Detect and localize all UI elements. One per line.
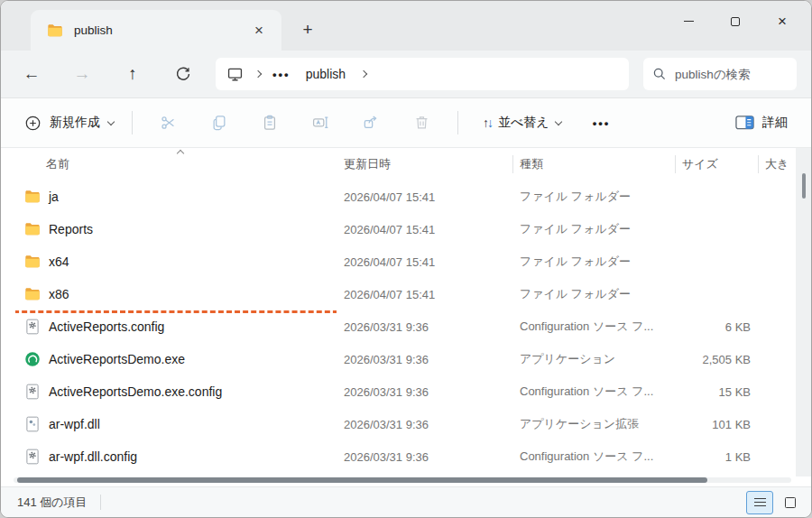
- vertical-scrollbar-thumb[interactable]: [802, 173, 806, 199]
- minimize-button[interactable]: [665, 1, 712, 42]
- status-bar: 141 個の項目: [1, 486, 811, 517]
- file-name: ar-wpf.dll.config: [49, 449, 137, 464]
- file-icon: [24, 416, 41, 432]
- breadcrumb-ellipsis[interactable]: •••: [272, 68, 291, 81]
- table-row[interactable]: ja 2026/04/07 15:41 ファイル フォルダー: [1, 180, 811, 213]
- file-modified: 2026/03/31 9:36: [337, 343, 512, 375]
- status-divider: [100, 495, 101, 510]
- more-options-button[interactable]: •••: [582, 111, 622, 135]
- forward-button[interactable]: →: [64, 58, 100, 90]
- file-type: ファイル フォルダー: [512, 278, 675, 310]
- this-pc-icon[interactable]: [226, 66, 244, 83]
- details-pane-button[interactable]: 詳細: [728, 109, 795, 136]
- minimize-icon: [684, 21, 694, 22]
- sort-icon: ↑↓: [483, 116, 492, 130]
- file-icon: [24, 286, 41, 302]
- maximize-button[interactable]: [712, 1, 759, 42]
- file-size: [675, 278, 758, 310]
- large-icons-view-button[interactable]: [777, 491, 804, 514]
- delete-button[interactable]: [401, 106, 441, 140]
- refresh-button[interactable]: [165, 58, 201, 90]
- file-type: ファイル フォルダー: [512, 245, 675, 278]
- file-icon: [24, 449, 41, 465]
- toolbar-divider: [132, 111, 133, 134]
- file-name: ActiveReportsDemo.exe.config: [49, 384, 222, 399]
- large-icons-icon: [785, 497, 796, 508]
- rename-button[interactable]: [300, 106, 340, 140]
- config-file-icon: [24, 449, 41, 465]
- column-header-type[interactable]: 種類: [512, 148, 675, 180]
- file-size: [675, 245, 758, 278]
- sort-button[interactable]: ↑↓ 並べ替え: [475, 109, 569, 136]
- config-file-icon: [24, 384, 41, 400]
- folder-icon: [24, 254, 41, 270]
- file-name-cell: x86: [15, 278, 337, 310]
- tab-title: publish: [74, 23, 247, 37]
- file-modified: 2026/03/31 9:36: [337, 408, 512, 440]
- search-input[interactable]: [675, 68, 774, 81]
- new-tab-button[interactable]: +: [292, 16, 323, 43]
- horizontal-scrollbar[interactable]: [14, 477, 791, 483]
- table-row[interactable]: ar-wpf.dll 2026/03/31 9:36 アプリケーション拡張 10…: [1, 408, 811, 440]
- table-row[interactable]: ActiveReports.config 2026/03/31 9:36 Con…: [1, 310, 811, 343]
- window-controls: ×: [665, 1, 806, 42]
- file-type: ファイル フォルダー: [512, 180, 675, 213]
- file-size: [675, 213, 758, 245]
- cut-button[interactable]: [149, 106, 189, 140]
- column-header-modified[interactable]: 更新日時: [337, 148, 512, 180]
- file-name-cell: x64: [15, 245, 337, 278]
- details-pane-icon: [735, 115, 754, 131]
- file-modified: 2026/03/31 9:36: [337, 440, 512, 473]
- search-icon: [652, 67, 667, 81]
- folder-icon: [24, 221, 41, 237]
- tab-close-icon[interactable]: ×: [247, 19, 271, 42]
- file-name: x64: [49, 254, 69, 269]
- close-button[interactable]: ×: [759, 1, 806, 42]
- search-box[interactable]: [643, 58, 797, 90]
- share-button[interactable]: [351, 106, 391, 140]
- file-icon: [24, 254, 41, 270]
- file-name-cell: ja: [15, 180, 337, 213]
- table-row[interactable]: ActiveReportsDemo.exe.config 2026/03/31 …: [1, 375, 811, 408]
- tab-publish[interactable]: publish ×: [31, 10, 281, 51]
- file-type: Configuration ソース フ...: [512, 440, 675, 473]
- maximize-icon: [731, 17, 740, 26]
- chevron-down-icon: [107, 117, 115, 125]
- copy-button[interactable]: [199, 106, 239, 140]
- item-count: 141 個の項目: [17, 495, 88, 511]
- up-button[interactable]: ↑: [115, 58, 151, 90]
- file-name-cell: Reports: [15, 213, 337, 245]
- breadcrumb-item-publish[interactable]: publish: [302, 65, 349, 83]
- file-size: 6 KB: [675, 310, 758, 343]
- vertical-scrollbar[interactable]: [796, 148, 811, 476]
- address-bar[interactable]: ••• publish: [216, 58, 629, 90]
- file-name-cell: ActiveReports.config: [15, 310, 337, 343]
- table-row[interactable]: x64 2026/04/07 15:41 ファイル フォルダー: [1, 245, 811, 278]
- table-row[interactable]: ActiveReportsDemo.exe 2026/03/31 9:36 アプ…: [1, 343, 811, 375]
- chevron-right-icon[interactable]: [360, 70, 367, 78]
- file-size: 2,505 KB: [675, 343, 758, 375]
- sort-label: 並べ替え: [498, 115, 549, 131]
- rename-icon: [311, 114, 330, 132]
- column-header-size[interactable]: サイズ: [675, 148, 758, 180]
- details-view-button[interactable]: [746, 491, 773, 514]
- folder-icon: [24, 286, 41, 302]
- back-button[interactable]: ←: [14, 58, 50, 90]
- file-size: 101 KB: [675, 408, 758, 440]
- new-button[interactable]: 新規作成: [17, 109, 121, 137]
- horizontal-scrollbar-thumb[interactable]: [17, 477, 707, 483]
- file-modified: 2026/03/31 9:36: [337, 310, 512, 343]
- file-name-cell: ar-wpf.dll: [15, 408, 337, 440]
- table-row[interactable]: ar-wpf.dll.config 2026/03/31 9:36 Config…: [1, 440, 811, 473]
- file-icon: [24, 319, 41, 335]
- share-icon: [362, 114, 380, 132]
- file-icon: [24, 351, 41, 367]
- paste-button[interactable]: [250, 106, 290, 140]
- file-name: ActiveReportsDemo.exe: [49, 352, 185, 366]
- file-icon: [24, 384, 41, 400]
- file-type: Configuration ソース フ...: [512, 310, 675, 343]
- list-view-icon: [754, 498, 766, 507]
- table-row[interactable]: Reports 2026/04/07 15:41 ファイル フォルダー: [1, 213, 811, 245]
- table-row[interactable]: x86 2026/04/07 15:41 ファイル フォルダー: [1, 278, 811, 310]
- file-name-cell: ar-wpf.dll.config: [15, 440, 337, 473]
